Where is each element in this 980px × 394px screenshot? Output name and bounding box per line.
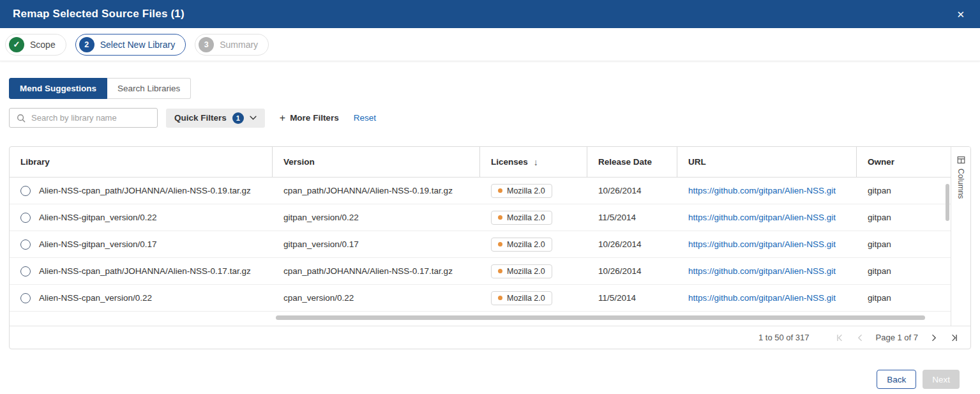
release-date-cell: 10/26/2014 xyxy=(587,178,677,204)
table-row[interactable]: Alien-NSS-cpan_path/JOHANNA/Alien-NSS-0.… xyxy=(10,178,951,204)
owner-cell: gitpan xyxy=(857,285,951,311)
release-date-cell: 10/26/2014 xyxy=(587,231,677,257)
column-header-owner[interactable]: Owner xyxy=(857,147,951,177)
columns-panel-toggle[interactable]: Columns xyxy=(951,147,970,326)
library-name: Alien-NSS-cpan_version/0.22 xyxy=(39,293,152,303)
close-icon: ✕ xyxy=(956,9,965,20)
step-summary-label: Summary xyxy=(220,40,258,50)
quick-filters-count-badge: 1 xyxy=(232,112,244,124)
owner-cell: gitpan xyxy=(857,178,951,204)
version-cell: gitpan_version/0.17 xyxy=(273,231,480,257)
release-date-cell: 11/5/2014 xyxy=(587,285,677,311)
back-button[interactable]: Back xyxy=(877,370,916,389)
chevron-right-icon xyxy=(930,333,939,342)
step-select-new-library[interactable]: 2 Select New Library xyxy=(75,34,186,56)
library-table: Library Version Licenses ↓ Release Date … xyxy=(10,147,951,326)
table-header-row: Library Version Licenses ↓ Release Date … xyxy=(10,147,951,178)
version-cell: cpan_version/0.22 xyxy=(273,285,480,311)
table-row[interactable]: Alien-NSS-cpan_version/0.22 cpan_version… xyxy=(10,285,951,312)
url-link[interactable]: https://github.com/gitpan/Alien-NSS.git xyxy=(688,266,836,276)
license-badge: Mozilla 2.0 xyxy=(491,264,552,278)
license-dot-icon xyxy=(498,242,502,246)
library-name: Alien-NSS-gitpan_version/0.22 xyxy=(39,213,157,222)
plus-icon: + xyxy=(280,112,285,124)
step-scope-label: Scope xyxy=(30,40,56,50)
column-header-release-date[interactable]: Release Date xyxy=(587,147,677,177)
version-cell: cpan_path/JOHANNA/Alien-NSS-0.17.tar.gz xyxy=(273,258,480,284)
columns-icon xyxy=(957,156,965,164)
column-header-library[interactable]: Library xyxy=(10,147,273,177)
release-date-cell: 11/5/2014 xyxy=(587,204,677,231)
pagination-bar: 1 to 50 of 317 Page 1 of 7 xyxy=(10,326,970,349)
license-dot-icon xyxy=(498,188,502,193)
license-name: Mozilla 2.0 xyxy=(507,240,545,249)
step-select-new-library-label: Select New Library xyxy=(100,40,176,50)
table-row[interactable]: Alien-NSS-gitpan_version/0.17 gitpan_ver… xyxy=(10,231,951,258)
filter-bar: Quick Filters 1 + More Filters Reset xyxy=(9,108,971,128)
release-date-cell: 10/26/2014 xyxy=(587,258,677,284)
url-link[interactable]: https://github.com/gitpan/Alien-NSS.git xyxy=(688,213,836,222)
last-page-button[interactable] xyxy=(950,333,959,342)
library-source-tabs: Mend Suggestions Search Libraries xyxy=(9,78,971,99)
row-radio-button[interactable] xyxy=(20,239,31,250)
dialog-body: Mend Suggestions Search Libraries Quick … xyxy=(0,78,980,389)
owner-cell: gitpan xyxy=(857,231,951,257)
close-button[interactable]: ✕ xyxy=(954,7,967,22)
row-radio-button[interactable] xyxy=(20,266,31,277)
column-header-licenses[interactable]: Licenses ↓ xyxy=(480,147,587,177)
sort-descending-icon: ↓ xyxy=(534,157,538,167)
dialog-titlebar: Remap Selected Source Files (1) ✕ xyxy=(0,0,980,28)
column-header-url[interactable]: URL xyxy=(677,147,857,177)
license-dot-icon xyxy=(498,215,502,220)
table-row[interactable]: Alien-NSS-gitpan_version/0.22 gitpan_ver… xyxy=(10,204,951,231)
wizard-stepper: ✓ Scope 2 Select New Library 3 Summary xyxy=(0,28,980,61)
url-link[interactable]: https://github.com/gitpan/Alien-NSS.git xyxy=(688,239,836,249)
row-radio-button[interactable] xyxy=(20,213,31,223)
vertical-scrollbar[interactable] xyxy=(946,184,949,221)
reset-link[interactable]: Reset xyxy=(354,113,376,123)
license-badge: Mozilla 2.0 xyxy=(491,238,552,252)
tab-mend-suggestions[interactable]: Mend Suggestions xyxy=(9,78,107,99)
version-cell: cpan_path/JOHANNA/Alien-NSS-0.19.tar.gz xyxy=(273,178,480,204)
dialog-footer: Back Next xyxy=(9,370,971,389)
license-badge: Mozilla 2.0 xyxy=(491,291,552,305)
more-filters-button[interactable]: + More Filters xyxy=(273,109,345,128)
previous-page-button[interactable] xyxy=(856,333,864,342)
license-badge: Mozilla 2.0 xyxy=(491,211,552,225)
row-radio-button[interactable] xyxy=(20,186,31,196)
license-dot-icon xyxy=(498,296,502,300)
search-box xyxy=(9,108,158,128)
page-indicator: Page 1 of 7 xyxy=(876,333,919,342)
search-icon xyxy=(17,114,26,123)
next-page-button[interactable] xyxy=(930,333,939,342)
library-name: Alien-NSS-cpan_path/JOHANNA/Alien-NSS-0.… xyxy=(39,266,251,276)
first-page-button[interactable] xyxy=(835,333,844,342)
url-link[interactable]: https://github.com/gitpan/Alien-NSS.git xyxy=(688,293,836,303)
column-header-version[interactable]: Version xyxy=(273,147,480,177)
next-button[interactable]: Next xyxy=(923,370,960,389)
search-input[interactable] xyxy=(31,113,150,123)
step-scope[interactable]: ✓ Scope xyxy=(5,34,66,56)
row-range-text: 1 to 50 of 317 xyxy=(758,333,810,342)
quick-filters-label: Quick Filters xyxy=(174,113,227,123)
tab-search-libraries[interactable]: Search Libraries xyxy=(107,78,191,99)
url-link[interactable]: https://github.com/gitpan/Alien-NSS.git xyxy=(688,186,836,195)
horizontal-scrollbar[interactable] xyxy=(276,315,925,320)
library-table-card: Library Version Licenses ↓ Release Date … xyxy=(9,146,971,349)
license-dot-icon xyxy=(498,269,502,273)
check-icon: ✓ xyxy=(9,37,24,52)
first-page-icon xyxy=(835,333,844,342)
step-summary[interactable]: 3 Summary xyxy=(195,34,269,56)
library-name: Alien-NSS-cpan_path/JOHANNA/Alien-NSS-0.… xyxy=(39,186,251,195)
row-radio-button[interactable] xyxy=(20,293,31,303)
license-name: Mozilla 2.0 xyxy=(507,267,545,276)
chevron-left-icon xyxy=(856,333,864,342)
table-row[interactable]: Alien-NSS-cpan_path/JOHANNA/Alien-NSS-0.… xyxy=(10,258,951,285)
version-cell: gitpan_version/0.22 xyxy=(273,204,480,231)
owner-cell: gitpan xyxy=(857,258,951,284)
quick-filters-button[interactable]: Quick Filters 1 xyxy=(166,109,265,128)
chevron-down-icon xyxy=(250,116,257,120)
more-filters-label: More Filters xyxy=(290,113,339,123)
license-name: Mozilla 2.0 xyxy=(507,294,545,303)
license-name: Mozilla 2.0 xyxy=(507,213,545,222)
